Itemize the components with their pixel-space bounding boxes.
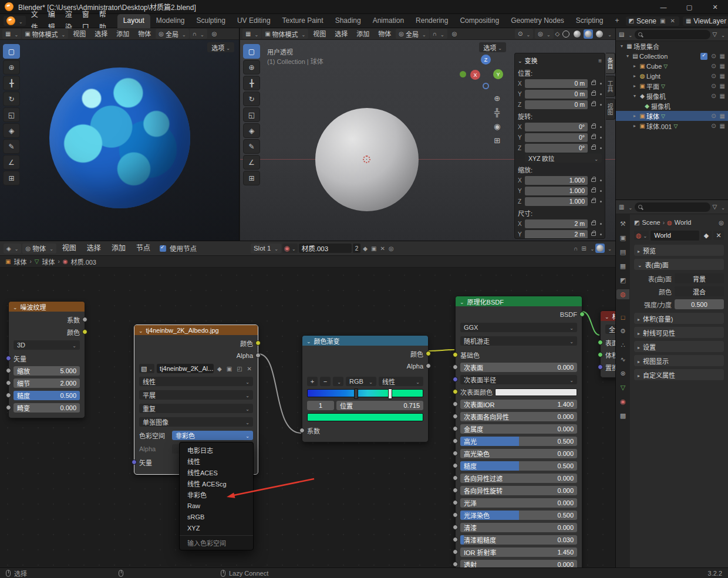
lock-icon[interactable] (591, 189, 596, 192)
mode-dropdown[interactable]: ▣物体模式 (22, 29, 68, 39)
unlink-scene-icon[interactable]: ✕ (669, 18, 676, 24)
viewport-options-button[interactable]: 选项 (207, 42, 234, 52)
socket-distortion-in[interactable] (6, 405, 11, 410)
new-material-icon[interactable]: ▣ (370, 245, 378, 252)
subsurface-radius-field[interactable]: 次表面半径 (460, 375, 577, 384)
lock-icon[interactable] (591, 232, 596, 236)
camera-view-icon[interactable]: ◉ (494, 122, 500, 131)
outliner-row-camera[interactable]: ▾ ◆ 摄像机 ⊙▦ (616, 91, 728, 101)
node-noise-texture[interactable]: 噪波纹理 系数 颜色 3D 矢量 缩放5.000 细节2.000 糙度0.500… (8, 301, 85, 418)
eye-icon[interactable]: ⊙ (711, 93, 716, 99)
lock-icon[interactable] (591, 82, 596, 85)
tab-physics[interactable]: ∿ (616, 354, 629, 364)
menu-item-linear-aces[interactable]: 线性ACES (180, 467, 253, 478)
menu-item-raw[interactable]: Raw (180, 500, 253, 511)
ior-slider[interactable]: IOR 折射率1.450 (460, 547, 577, 557)
tab-texture-paint[interactable]: Texture Paint (277, 14, 329, 28)
socket-displacement-in[interactable] (598, 364, 603, 370)
menu-select[interactable]: 选择 (90, 28, 112, 40)
lock-icon[interactable] (591, 125, 596, 129)
world-name-field[interactable]: World (651, 231, 699, 241)
orientation-dropdown[interactable]: ◎全局 (396, 29, 429, 39)
node-principled-bsdf[interactable]: 原理化BSDF BSDF GGX 随机游走 基础色 次表面0.000 次表面半径… (455, 296, 582, 567)
material-users-count[interactable]: 2 (353, 244, 361, 253)
colorspace-dropdown[interactable]: 非彩色 (172, 431, 253, 440)
editor-type-button[interactable]: ▦ (242, 29, 261, 39)
panel-menu-icon[interactable]: ≡ (598, 58, 602, 64)
menu-add[interactable]: 添加 (112, 28, 133, 40)
tab-render[interactable]: ▣ (616, 233, 629, 243)
zoom-icon[interactable]: ⊕ (494, 94, 500, 103)
tab-animation[interactable]: Animation (367, 14, 410, 28)
shading-rendered-button[interactable] (595, 29, 604, 39)
subsurface-slider[interactable]: 次表面0.000 (460, 363, 577, 372)
menu-node[interactable]: 节点 (132, 242, 155, 255)
socket-vector-in[interactable] (6, 356, 11, 361)
metallic-slider[interactable]: 金属度0.000 (460, 424, 577, 434)
collapse-icon[interactable] (460, 298, 464, 305)
camera-restrict-icon[interactable]: ▦ (720, 93, 725, 99)
stop-color-swatch[interactable] (307, 413, 423, 421)
panel-preview[interactable]: 预览 (634, 245, 724, 256)
outliner-row-cube[interactable]: ▸ ▣ Cube ▽ ⊙▦ (616, 61, 728, 71)
subsurface-anisotropy-slider[interactable]: 次表面各向异性0.000 (460, 412, 577, 421)
tab-geometry-nodes[interactable]: Geometry Nodes (505, 14, 570, 28)
tab-tool[interactable]: 工具 (606, 76, 615, 97)
node-header[interactable]: 材质输出 (601, 311, 615, 321)
slot-dropdown[interactable]: Slot 1 (251, 244, 281, 253)
viewlayer-selector[interactable]: ▦ ViewLayer ▣ ✕ (683, 16, 728, 26)
distortion-slider[interactable]: 畸变0.000 (14, 403, 80, 413)
eye-icon[interactable]: ⊙ (711, 73, 716, 79)
menu-select[interactable]: 选择 (82, 242, 106, 255)
rotation-x-field[interactable]: 0° (525, 123, 588, 131)
socket-in[interactable] (453, 500, 458, 505)
tab-output[interactable]: ▤ (616, 247, 629, 257)
sss-method-dropdown[interactable]: 随机游走 (460, 336, 577, 346)
collapse-icon[interactable] (139, 327, 143, 334)
interpolation-dropdown[interactable]: 线性 (379, 377, 423, 386)
close-button[interactable]: ✕ (702, 0, 728, 14)
socket-fac-out[interactable] (82, 317, 87, 322)
camera-restrict-icon[interactable]: ▦ (720, 53, 725, 59)
tab-world[interactable]: ◍ (616, 289, 629, 299)
location-y-field[interactable]: 0 m (525, 90, 588, 99)
stop-index-field[interactable]: 1 (307, 401, 334, 410)
gizmo-neg-y-axis[interactable] (460, 71, 466, 77)
gizmo-y-axis[interactable]: Y (493, 69, 503, 79)
expand-icon[interactable]: ▸ (631, 83, 638, 89)
socket-in[interactable] (453, 463, 458, 468)
expand-icon[interactable]: ▸ (631, 63, 638, 69)
snap-toggle[interactable]: ∩ (430, 29, 447, 39)
collection-checkbox[interactable] (700, 53, 707, 60)
transmission-slider[interactable]: 透射0.000 (460, 560, 577, 567)
add-workspace-button[interactable]: + (609, 14, 625, 28)
socket-in[interactable] (453, 537, 458, 542)
eye-icon[interactable]: ⊙ (711, 113, 716, 119)
tab-uv-editing[interactable]: UV Editing (231, 14, 277, 28)
animate-decorator-icon[interactable] (600, 180, 602, 181)
move-tool[interactable]: ╋ (243, 76, 260, 90)
socket-in[interactable] (453, 512, 458, 518)
menu-add[interactable]: 添加 (352, 28, 373, 40)
socket-base-color-in[interactable] (453, 352, 458, 357)
menu-item-srgb[interactable]: sRGB (180, 511, 253, 522)
socket-vector-in[interactable] (132, 459, 137, 465)
panel-surface[interactable]: 表(曲)面 (634, 259, 724, 270)
socket-in[interactable] (453, 488, 458, 493)
socket-in[interactable] (453, 438, 458, 444)
socket-volume-in[interactable] (598, 352, 603, 357)
location-z-field[interactable]: 0 m (525, 100, 588, 109)
tab-constraints[interactable]: ⊗ (616, 369, 629, 378)
menu-item-linear-acescg[interactable]: 线性 ACEScg (180, 478, 253, 489)
tab-texture[interactable]: ▩ (616, 411, 629, 421)
lock-icon[interactable] (591, 222, 596, 225)
socket-in[interactable] (453, 451, 458, 456)
scale-tool[interactable]: ◱ (243, 107, 260, 122)
scale-x-field[interactable]: 1.000 (525, 176, 588, 185)
dimensions-x-field[interactable]: 2 m (525, 219, 588, 228)
node-header[interactable]: 原理化BSDF (456, 296, 582, 306)
dimensions-y-field[interactable]: 2 m (525, 230, 588, 239)
surface-shader-button[interactable]: 背景 (675, 273, 724, 283)
measure-tool[interactable]: ∠ (3, 155, 20, 170)
fake-user-shield-icon[interactable]: ◆ (701, 231, 712, 240)
